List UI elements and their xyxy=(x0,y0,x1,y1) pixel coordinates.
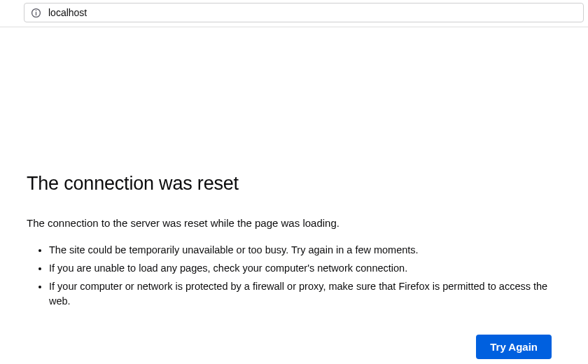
info-icon[interactable] xyxy=(30,7,41,18)
error-suggestion-list: The site could be temporarily unavailabl… xyxy=(27,243,561,309)
list-item: If you are unable to load any pages, che… xyxy=(49,261,561,276)
try-again-button[interactable]: Try Again xyxy=(476,335,552,359)
button-row: Try Again xyxy=(27,335,561,359)
list-item: The site could be temporarily unavailabl… xyxy=(49,243,561,258)
error-page-content: The connection was reset The connection … xyxy=(0,173,588,359)
error-title: The connection was reset xyxy=(27,173,561,195)
list-item: If your computer or network is protected… xyxy=(49,279,561,310)
address-bar[interactable]: localhost xyxy=(24,3,584,22)
url-input[interactable]: localhost xyxy=(48,7,578,18)
svg-point-2 xyxy=(35,10,36,11)
address-bar-container: localhost xyxy=(0,0,588,27)
error-subtitle: The connection to the server was reset w… xyxy=(27,216,561,230)
